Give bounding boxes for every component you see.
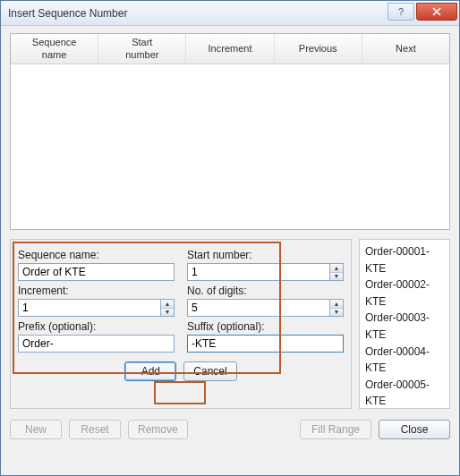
help-button[interactable]: ? bbox=[388, 3, 414, 21]
highlight-add-button bbox=[154, 381, 206, 404]
increment-stepper[interactable]: ▲▼ bbox=[18, 299, 175, 317]
sequence-list: Sequencename Startnumber Increment Previ… bbox=[10, 33, 450, 230]
preview-item: Order-00001-KTE bbox=[365, 243, 444, 276]
bottom-button-row: New Reset Remove Fill Range Close bbox=[10, 420, 450, 439]
suffix-input[interactable] bbox=[187, 335, 344, 353]
col-start-number[interactable]: Startnumber bbox=[98, 34, 186, 64]
sequence-name-input[interactable] bbox=[18, 263, 175, 281]
form-col-right: Start number: ▲▼ No. of digits: ▲▼ Suffi… bbox=[187, 245, 344, 353]
form-columns: Sequence name: Increment: ▲▼ Prefix (opt… bbox=[18, 245, 344, 353]
start-number-stepper[interactable]: ▲▼ bbox=[187, 263, 344, 281]
titlebar-controls: ? bbox=[388, 3, 459, 21]
form-buttons: Add Cancel bbox=[18, 361, 344, 381]
form-panel: Sequence name: Increment: ▲▼ Prefix (opt… bbox=[10, 239, 352, 409]
start-number-input[interactable] bbox=[187, 263, 329, 281]
dialog-window: Insert Sequence Number ? Sequencename St… bbox=[0, 0, 460, 476]
increment-spin-buttons[interactable]: ▲▼ bbox=[160, 299, 175, 317]
col-next[interactable]: Next bbox=[362, 34, 449, 64]
prefix-input[interactable] bbox=[18, 335, 175, 353]
digits-stepper[interactable]: ▲▼ bbox=[187, 299, 344, 317]
sequence-name-label: Sequence name: bbox=[18, 249, 175, 261]
suffix-label: Suffix (optional): bbox=[187, 320, 344, 333]
digits-input[interactable] bbox=[187, 299, 329, 317]
close-window-button[interactable] bbox=[416, 3, 457, 21]
preview-item: Order-00003-KTE bbox=[365, 310, 444, 343]
increment-label: Increment: bbox=[18, 285, 175, 297]
increment-input[interactable] bbox=[18, 299, 160, 317]
new-button[interactable]: New bbox=[10, 420, 62, 439]
prefix-label: Prefix (optional): bbox=[18, 320, 175, 333]
form-area: Sequence name: Increment: ▲▼ Prefix (opt… bbox=[10, 239, 450, 409]
col-increment[interactable]: Increment bbox=[186, 34, 274, 64]
col-previous[interactable]: Previous bbox=[275, 34, 362, 64]
titlebar: Insert Sequence Number ? bbox=[1, 1, 459, 26]
preview-item: Order-00004-KTE bbox=[365, 344, 444, 377]
preview-item: Order-00005-KTE bbox=[365, 377, 444, 409]
close-button[interactable]: Close bbox=[379, 420, 450, 439]
remove-button[interactable]: Remove bbox=[128, 420, 188, 439]
client-area: Sequencename Startnumber Increment Previ… bbox=[1, 26, 459, 475]
list-header: Sequencename Startnumber Increment Previ… bbox=[11, 34, 449, 64]
add-button[interactable]: Add bbox=[124, 361, 176, 381]
digits-label: No. of digits: bbox=[187, 285, 344, 297]
form-col-left: Sequence name: Increment: ▲▼ Prefix (opt… bbox=[18, 245, 175, 353]
window-title: Insert Sequence Number bbox=[8, 7, 388, 20]
col-sequence-name[interactable]: Sequencename bbox=[11, 34, 98, 64]
start-number-label: Start number: bbox=[187, 249, 344, 261]
preview-list: Order-00001-KTE Order-00002-KTE Order-00… bbox=[359, 239, 450, 409]
preview-item: Order-00002-KTE bbox=[365, 276, 444, 310]
digits-spin-buttons[interactable]: ▲▼ bbox=[329, 299, 344, 317]
cancel-button[interactable]: Cancel bbox=[183, 361, 236, 381]
close-icon bbox=[432, 7, 441, 16]
reset-button[interactable]: Reset bbox=[69, 420, 121, 439]
fill-range-button[interactable]: Fill Range bbox=[300, 420, 371, 439]
start-number-spin-buttons[interactable]: ▲▼ bbox=[329, 263, 344, 281]
list-body bbox=[11, 64, 449, 229]
